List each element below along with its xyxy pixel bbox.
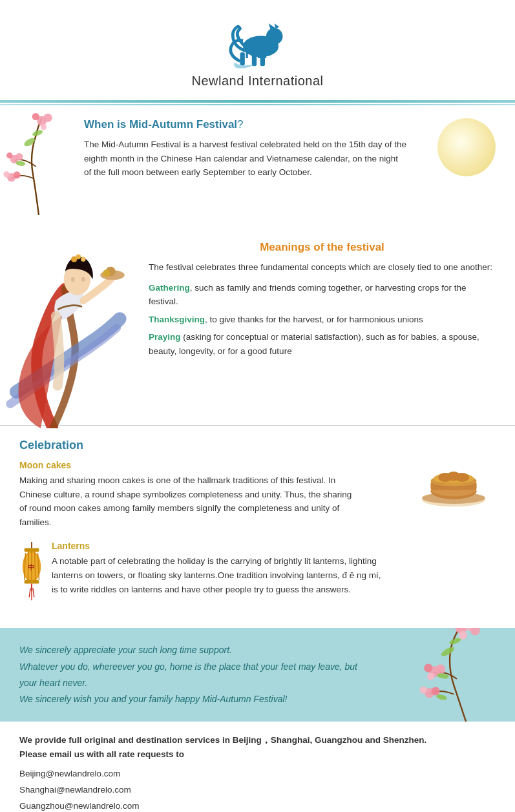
svg-line-54 bbox=[29, 588, 30, 598]
logo-container: NL Newland International bbox=[192, 13, 324, 88]
goddess-figure bbox=[0, 222, 142, 428]
footer-contact-info: We provide full original and destination… bbox=[19, 733, 496, 761]
svg-point-1 bbox=[266, 28, 282, 45]
svg-point-60 bbox=[459, 631, 467, 640]
lantern-icon: 中 bbox=[19, 542, 44, 603]
svg-rect-6 bbox=[240, 52, 244, 65]
footer-line3: We sincerely wish you and your family ha… bbox=[19, 691, 368, 707]
svg-rect-51 bbox=[25, 580, 39, 584]
footer-teal: We sincerely appreciate your such long t… bbox=[0, 628, 515, 722]
footer-line2: Whatever you do, whereever you go, home … bbox=[19, 659, 368, 691]
flowers-left-decoration bbox=[0, 112, 78, 215]
section-celebration: Celebration Moon cakes Making and sharin… bbox=[0, 435, 515, 628]
svg-point-39 bbox=[456, 473, 469, 482]
svg-point-13 bbox=[6, 152, 12, 158]
moon-cakes-subsection: Moon cakes Making and sharing moon cakes… bbox=[19, 460, 496, 529]
company-name: Newland International bbox=[192, 74, 324, 88]
celebration-title: Celebration bbox=[19, 439, 496, 452]
footer-email-beijing: Beijing@newlandrelo.com bbox=[19, 769, 496, 778]
svg-point-17 bbox=[13, 171, 20, 178]
footer-email-shanghai: Shanghai@newlandrelo.com bbox=[19, 785, 496, 795]
lanterns-text: A notable part of celebrating the holida… bbox=[52, 554, 388, 596]
header-divider bbox=[0, 100, 515, 103]
svg-point-16 bbox=[3, 171, 9, 177]
footer-contact: We provide full original and destination… bbox=[0, 722, 515, 812]
moon-decoration bbox=[437, 118, 496, 176]
footer-teal-text: We sincerely appreciate your such long t… bbox=[19, 642, 368, 707]
svg-point-63 bbox=[424, 664, 432, 672]
footer-line1: We sincerely appreciate your such long t… bbox=[19, 642, 368, 658]
svg-point-70 bbox=[448, 637, 461, 646]
header: NL Newland International bbox=[0, 0, 515, 96]
section-when: When is Mid-Autumn Festival? The Mid-Aut… bbox=[0, 105, 515, 234]
svg-point-65 bbox=[427, 673, 434, 680]
svg-point-67 bbox=[420, 687, 427, 694]
footer-flowers-decoration bbox=[405, 628, 509, 722]
svg-point-26 bbox=[81, 277, 85, 282]
svg-point-64 bbox=[436, 665, 445, 674]
moon-cakes-text: Making and sharing moon cakes is one of … bbox=[19, 474, 355, 529]
lanterns-subsection: 中 Lanterns A notable part of celebrating… bbox=[19, 541, 496, 603]
lanterns-text-block: Lanterns A notable part of celebrating t… bbox=[52, 541, 496, 596]
svg-text:NL: NL bbox=[244, 43, 266, 61]
moon-cakes-image bbox=[412, 457, 496, 508]
svg-point-10 bbox=[44, 114, 52, 122]
svg-point-29 bbox=[103, 269, 110, 276]
when-text: The Mid-Autumn Festival is a harvest fes… bbox=[84, 138, 407, 180]
meaning-thanksgiving: Thanksgiving, to give thanks for the har… bbox=[149, 313, 496, 327]
svg-point-14 bbox=[16, 153, 23, 160]
svg-point-25 bbox=[71, 277, 75, 282]
svg-point-11 bbox=[41, 124, 47, 130]
svg-point-61 bbox=[470, 628, 480, 635]
meanings-intro: The festival celebrates three fundamenta… bbox=[149, 260, 496, 275]
svg-point-9 bbox=[32, 113, 39, 120]
footer-email-guangzhou: Guangzhou@newlandrelo.com bbox=[19, 801, 496, 811]
section-meanings: Meanings of the festival The festival ce… bbox=[0, 234, 515, 415]
lanterns-title: Lanterns bbox=[52, 541, 496, 551]
when-title: When is Mid-Autumn Festival? bbox=[84, 118, 496, 131]
logo-icon: NL bbox=[222, 13, 293, 71]
svg-point-24 bbox=[81, 257, 86, 262]
meanings-title: Meanings of the festival bbox=[149, 241, 496, 254]
meaning-gathering: Gathering, such as family and friends co… bbox=[149, 281, 496, 309]
svg-point-23 bbox=[76, 255, 81, 260]
svg-text:中: 中 bbox=[28, 563, 35, 571]
meaning-praying: Praying (asking for conceptual or materi… bbox=[149, 330, 496, 358]
meanings-content: Meanings of the festival The festival ce… bbox=[149, 241, 496, 362]
svg-point-69 bbox=[440, 645, 456, 658]
svg-line-56 bbox=[33, 588, 34, 598]
svg-point-68 bbox=[431, 687, 439, 695]
